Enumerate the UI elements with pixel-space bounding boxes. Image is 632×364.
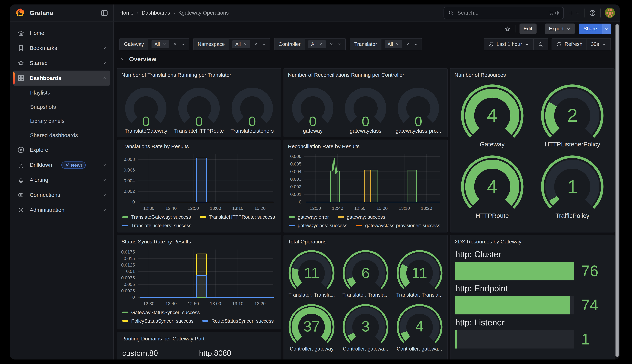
chevron-down-icon xyxy=(602,42,606,46)
legend-item[interactable]: gateway: error xyxy=(289,214,329,220)
sidebar-item-library-panels[interactable]: Library panels xyxy=(13,114,110,128)
legend-item[interactable]: gatewayclass: success xyxy=(289,223,347,228)
sidebar-item-home[interactable]: Home xyxy=(13,26,110,40)
panel-title[interactable]: Routing Domains per Gateway Port xyxy=(117,332,281,342)
svg-text:13:00: 13:00 xyxy=(210,206,221,211)
chevron-down-icon[interactable] xyxy=(181,42,185,47)
legend-item[interactable]: gateway: success xyxy=(338,214,385,220)
sidebar-item-dashboards[interactable]: Dashboards xyxy=(13,71,110,86)
breadcrumb-item[interactable]: Home xyxy=(119,10,134,16)
sidebar-item-label: Administration xyxy=(30,207,64,213)
chevron-down-icon[interactable] xyxy=(414,42,418,47)
timeseries-chart[interactable]: 00.00250.0050.00750.010.01250.0150.01751… xyxy=(117,246,281,324)
screen: Grafana Home›Dashboards›Kgateway Operati… xyxy=(0,0,632,364)
grafana-logo[interactable] xyxy=(15,7,26,18)
share-button[interactable]: Share xyxy=(579,24,611,34)
timeseries-chart[interactable]: 00.0020.0040.0060.00812:3012:4012:5013:0… xyxy=(117,151,281,228)
clear-filter-icon[interactable] xyxy=(406,42,410,47)
sidebar-item-alerting[interactable]: Alerting xyxy=(13,172,110,188)
panel-title[interactable]: Status Syncs Rate by Results xyxy=(117,236,281,246)
sidebar-item-explore[interactable]: Explore xyxy=(13,142,110,158)
bar-track xyxy=(455,296,574,314)
filter-chip[interactable]: All xyxy=(152,40,169,48)
chevron-down-icon xyxy=(102,207,107,212)
sidebar-item-starred[interactable]: Starred xyxy=(13,56,110,71)
panel-title[interactable]: Number of Reconciliations Running per Co… xyxy=(284,68,447,78)
divider xyxy=(540,25,541,32)
zoom-out-button[interactable] xyxy=(533,38,548,50)
routing-column-header[interactable]: custom:80 xyxy=(122,349,199,358)
panel-title[interactable]: XDS Resources by Gateway xyxy=(451,236,614,246)
panel-title[interactable]: Number of Resources xyxy=(451,68,614,78)
clear-filter-icon[interactable] xyxy=(172,42,177,47)
gauge-value: 0 xyxy=(195,114,203,129)
sidebar-item-drilldown[interactable]: DrilldownNew! xyxy=(13,158,110,172)
sidebar-toggle-icon[interactable] xyxy=(100,9,108,17)
breadcrumb-item[interactable]: Dashboards xyxy=(142,10,170,16)
filter-chip-label: All xyxy=(311,41,317,47)
search-input[interactable] xyxy=(457,10,546,16)
panel-reconciliations-running: Number of Reconciliations Running per Co… xyxy=(283,68,448,137)
filter-chip[interactable]: All xyxy=(232,40,250,48)
filter-value[interactable]: All xyxy=(382,40,422,48)
home-icon xyxy=(17,29,25,37)
legend-item[interactable]: TranslateGateway: success xyxy=(122,214,191,220)
clear-filter-icon[interactable] xyxy=(329,42,334,47)
filter-value[interactable]: All xyxy=(148,40,189,48)
sidebar-item-snapshots[interactable]: Snapshots xyxy=(13,100,110,114)
panel-title[interactable]: Number of Translations Running per Trans… xyxy=(117,68,281,78)
svg-text:0.0175: 0.0175 xyxy=(121,250,135,254)
share-chevron-icon[interactable] xyxy=(602,24,611,34)
sidebar-item-administration[interactable]: Administration xyxy=(13,202,110,218)
section-overview[interactable]: Overview xyxy=(120,56,156,62)
legend-label: gateway: error xyxy=(298,214,329,220)
sidebar-item-bookmarks[interactable]: Bookmarks xyxy=(13,40,110,56)
edit-button[interactable]: Edit xyxy=(519,24,536,34)
legend-label: TranslateGateway: success xyxy=(131,214,191,220)
legend-item[interactable]: PolicyStatusSyncer: success xyxy=(122,318,193,324)
sidebar-item-connections[interactable]: Connections xyxy=(13,188,110,202)
bar-value: 76 xyxy=(581,262,598,280)
legend-item[interactable]: GatewayStatusSyncer: success xyxy=(122,310,200,315)
svg-text:0.015: 0.015 xyxy=(124,256,135,261)
legend-label: gatewayclass: success xyxy=(298,223,347,228)
legend-item[interactable]: TranslateHTTPRoute: success xyxy=(200,214,275,220)
breadcrumb-separator: › xyxy=(137,10,138,16)
legend-item[interactable]: gatewayclass-provisioner: success xyxy=(356,223,440,228)
chevron-down-icon[interactable] xyxy=(337,42,342,47)
timeseries-chart[interactable]: 00.0010.0020.0030.0040.0050.00612:3012:4… xyxy=(284,151,447,228)
routing-column-header[interactable]: http:8080 xyxy=(199,349,276,358)
legend-item[interactable]: TranslateListeners: success xyxy=(122,223,191,228)
panel-title[interactable]: Translations Rate by Results xyxy=(117,140,281,150)
export-button[interactable]: Export xyxy=(545,24,575,34)
scrollbar[interactable] xyxy=(615,24,619,357)
star-icon[interactable] xyxy=(504,26,511,32)
refresh-interval-picker[interactable]: 30s xyxy=(586,38,610,50)
close-icon[interactable] xyxy=(319,42,323,46)
svg-text:0.004: 0.004 xyxy=(290,169,301,174)
filter-chip[interactable]: All xyxy=(308,40,326,48)
chevron-down-icon[interactable] xyxy=(261,42,266,47)
refresh-button[interactable]: Refresh xyxy=(552,38,586,50)
panel-title[interactable]: Reconciliation Rate by Results xyxy=(284,140,447,150)
sidebar-item-playlists[interactable]: Playlists xyxy=(13,86,110,100)
close-icon[interactable] xyxy=(243,42,247,46)
clear-filter-icon[interactable] xyxy=(253,42,258,47)
close-icon[interactable] xyxy=(395,42,400,46)
panel-title[interactable]: Total Operations xyxy=(284,236,447,246)
sidebar-item-label: Bookmarks xyxy=(30,45,57,51)
panel-number-of-resources: Number of Resources 4Gateway2HTTPListene… xyxy=(450,68,614,232)
avatar[interactable] xyxy=(605,8,615,18)
gauge: 0 xyxy=(289,84,337,126)
time-range-picker[interactable]: Last 1 hour xyxy=(484,38,533,50)
search-box[interactable]: ⌘+k xyxy=(444,7,564,19)
filter-chip[interactable]: All xyxy=(385,40,402,48)
sidebar-item-shared-dashboards[interactable]: Shared dashboards xyxy=(13,128,110,142)
close-icon[interactable] xyxy=(162,42,166,46)
share-label[interactable]: Share xyxy=(579,24,602,34)
filter-value[interactable]: All xyxy=(229,40,270,48)
add-new-button[interactable] xyxy=(568,10,580,16)
help-icon[interactable] xyxy=(589,9,596,16)
filter-value[interactable]: All xyxy=(305,40,345,48)
legend-item[interactable]: RouteStatusSyncer: success xyxy=(202,318,274,324)
